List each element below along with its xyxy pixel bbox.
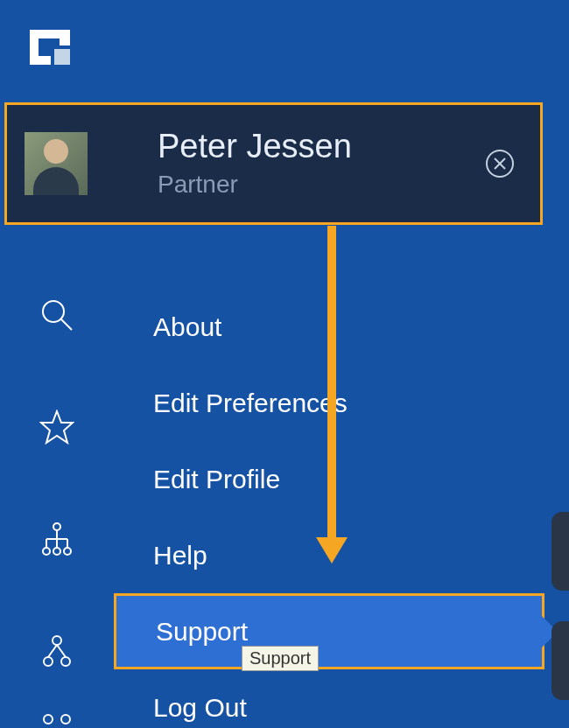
- profile-info: Peter Jessen Partner: [158, 129, 486, 199]
- menu-item-support[interactable]: Support: [114, 593, 544, 669]
- svg-point-20: [61, 715, 70, 724]
- menu-item-label: Log Out: [153, 693, 247, 723]
- svg-point-8: [64, 548, 71, 555]
- menu-item-label: Edit Preferences: [153, 388, 348, 418]
- svg-point-16: [61, 657, 70, 666]
- org-tree-icon[interactable]: [39, 522, 74, 556]
- menu-item-label: About: [153, 312, 221, 342]
- star-icon[interactable]: [39, 410, 74, 444]
- app-logo[interactable]: [25, 24, 75, 70]
- profile-name: Peter Jessen: [158, 129, 486, 165]
- close-icon: [494, 158, 506, 170]
- profile-role: Partner: [158, 171, 486, 199]
- svg-line-17: [48, 645, 57, 657]
- profile-card[interactable]: Peter Jessen Partner: [4, 102, 543, 225]
- people-icon[interactable]: [39, 710, 74, 728]
- svg-point-2: [43, 301, 64, 322]
- menu-item-log-out[interactable]: Log Out: [114, 669, 569, 728]
- menu-item-about[interactable]: About: [114, 289, 569, 365]
- hierarchy-icon[interactable]: [39, 634, 74, 668]
- menu-list: About Edit Preferences Edit Profile Help…: [114, 262, 569, 728]
- menu-item-edit-profile[interactable]: Edit Profile: [114, 441, 569, 517]
- search-icon[interactable]: [39, 298, 74, 332]
- menu-item-edit-preferences[interactable]: Edit Preferences: [114, 365, 569, 441]
- right-edge-tabs: [551, 512, 569, 728]
- menu-item-label: Help: [153, 541, 207, 570]
- tooltip: Support: [242, 646, 319, 671]
- right-tab-1[interactable]: [551, 512, 569, 591]
- close-button[interactable]: [486, 150, 514, 178]
- right-tab-2[interactable]: [551, 621, 569, 700]
- icon-rail: [0, 262, 114, 728]
- menu-item-label: Edit Profile: [153, 465, 280, 494]
- svg-point-19: [44, 715, 53, 724]
- svg-point-7: [53, 548, 60, 555]
- svg-line-18: [57, 645, 66, 657]
- svg-line-3: [61, 319, 72, 330]
- svg-point-6: [43, 548, 50, 555]
- svg-point-5: [53, 523, 60, 530]
- avatar: [25, 132, 88, 195]
- logo-area: [0, 0, 569, 70]
- annotation-arrow: [327, 226, 336, 539]
- svg-point-14: [53, 636, 61, 645]
- svg-point-15: [44, 657, 53, 666]
- svg-marker-4: [41, 411, 73, 443]
- menu-item-label: Support: [156, 617, 248, 647]
